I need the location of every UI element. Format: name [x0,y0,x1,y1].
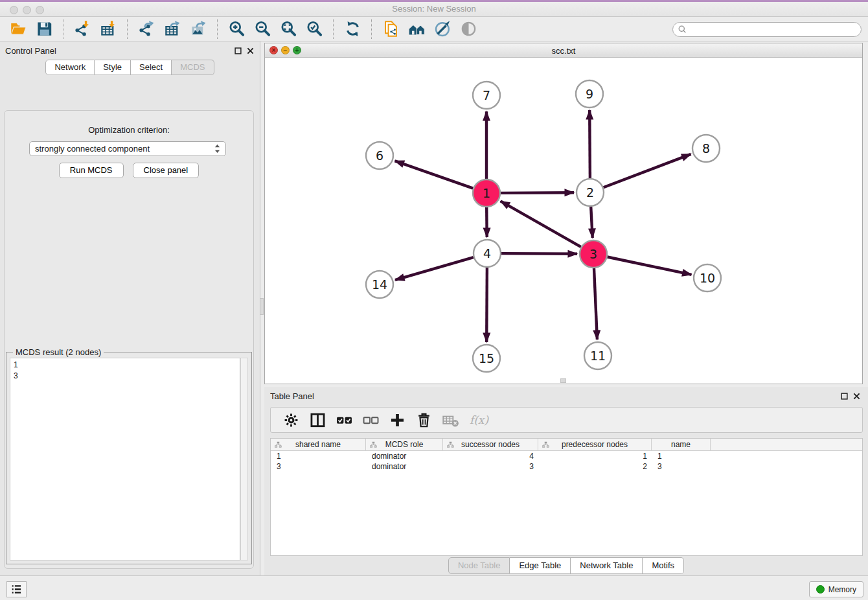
close-panel-button[interactable]: Close panel [133,163,200,178]
network-view-window: ×−+ scc.txt 7968124314101511 [264,43,863,384]
table-panel: Table Panel f(x) shared nameMCDS rolesuc… [264,387,868,575]
node-label-7: 7 [483,88,490,102]
chevron-up-down-icon [214,144,220,154]
window-close-button[interactable]: × [269,46,278,54]
node-label-9: 9 [586,87,593,101]
refresh-icon[interactable] [339,18,365,40]
delete-column-icon[interactable] [412,409,436,431]
memory-status-icon [816,585,825,594]
export-image-icon[interactable] [185,18,211,40]
import-table-icon[interactable] [95,18,121,40]
splitter-handle[interactable] [260,298,264,315]
result-scrollbar[interactable] [240,358,248,560]
node-label-8: 8 [702,141,710,156]
edge-2-8[interactable] [604,154,691,187]
control-panel: Control Panel NetworkStyleSelectMCDS Opt… [0,41,260,575]
memory-button[interactable]: Memory [809,581,863,597]
tab-motifs[interactable]: Motifs [643,557,684,574]
mcds-result-title: MCDS result (2 nodes) [13,347,104,357]
deselect-all-icon[interactable] [359,409,383,431]
table-panel-header: Table Panel [264,387,868,405]
column-header-mcds-role[interactable]: MCDS role [366,439,443,450]
cell-name: 1 [652,451,711,461]
network-window-title: scc.txt [265,43,862,56]
window-maximize-button[interactable]: + [293,46,301,54]
canvas-scroll-handle[interactable] [560,378,566,383]
tab-network[interactable]: Network [45,60,95,75]
mcds-result-fieldset: MCDS result (2 nodes) 1 3 [6,352,252,564]
tab-mcds[interactable]: MCDS [172,60,214,75]
column-label: shared name [295,440,341,449]
close-panel-icon[interactable] [246,47,255,55]
window-minimize-button[interactable]: − [281,46,290,54]
edge-1-4[interactable] [486,207,487,237]
control-panel-tabs: NetworkStyleSelectMCDS [0,60,260,75]
search-box[interactable] [672,22,862,37]
optimization-criterion-select[interactable]: strongly connected component [29,141,226,156]
zoom-out-icon[interactable] [249,18,275,40]
node-label-4: 4 [483,246,491,260]
node-label-11: 11 [590,349,606,363]
home-icon[interactable] [404,18,429,40]
tab-edge-table[interactable]: Edge Table [510,557,571,574]
memory-label: Memory [828,585,856,594]
float-panel-icon[interactable] [234,47,242,55]
column-header-predecessor-nodes[interactable]: predecessor nodes [538,439,652,450]
select-all-icon[interactable] [332,409,356,431]
table-row[interactable]: 1dominator411 [271,451,862,461]
cell-successor-nodes: 3 [443,461,538,472]
style-icon[interactable] [429,18,455,40]
tab-node-table[interactable]: Node Table [448,557,510,574]
open-session-icon[interactable] [5,18,31,40]
zoom-selected-icon[interactable] [301,18,327,40]
edge-3-10[interactable] [608,257,692,275]
table-toolbar: f(x) [270,407,863,433]
node-label-10: 10 [700,271,715,285]
function-builder-label: f(x) [466,413,488,426]
edge-3-1[interactable] [501,201,581,247]
zoom-fit-icon[interactable] [275,18,301,40]
column-header-shared-name[interactable]: shared name [271,439,366,450]
list-icon [10,583,23,596]
app-title: Session: New Session [0,4,868,14]
column-chooser-icon[interactable] [306,409,330,431]
edge-4-3[interactable] [501,253,577,254]
edge-3-11[interactable] [594,268,597,340]
control-panel-title: Control Panel [5,46,56,56]
table-row[interactable]: 3dominator323 [271,461,862,472]
column-label: predecessor nodes [562,440,628,449]
edge-1-6[interactable] [395,161,474,188]
optimization-criterion-value: strongly connected component [35,144,150,154]
tab-network-table[interactable]: Network Table [571,557,643,574]
add-column-icon[interactable] [385,409,409,431]
float-table-panel-icon[interactable] [840,392,849,400]
tab-style[interactable]: Style [95,60,131,75]
column-header-name[interactable]: name [652,439,711,450]
column-header-successor-nodes[interactable]: successor nodes [443,439,538,450]
edge-1-2[interactable] [501,192,574,193]
network-window-titlebar[interactable]: ×−+ scc.txt [265,43,862,58]
cell-mcds-role: dominator [366,461,443,472]
close-table-panel-icon[interactable] [852,392,861,400]
export-table-icon[interactable] [159,18,185,40]
save-session-icon[interactable] [31,18,57,40]
search-input[interactable] [687,25,861,34]
zoom-in-icon[interactable] [223,18,249,40]
edge-2-3[interactable] [591,207,593,238]
node-label-1: 1 [483,186,490,200]
table-settings-icon[interactable] [279,409,303,431]
edge-4-15[interactable] [486,268,487,342]
tab-select[interactable]: Select [131,60,172,75]
task-history-button[interactable] [6,581,27,597]
column-label: MCDS role [385,440,424,449]
network-canvas[interactable]: 7968124314101511 [265,58,862,384]
clone-network-icon[interactable] [378,18,404,40]
import-network-icon[interactable] [69,18,95,40]
toolbar-separator [371,19,372,39]
edge-4-14[interactable] [395,257,474,280]
edge-2-9[interactable] [589,110,590,178]
mcds-result-text[interactable]: 1 3 [10,358,240,560]
export-network-icon[interactable] [133,18,159,40]
run-mcds-button[interactable]: Run MCDS [59,163,124,178]
node-label-15: 15 [479,351,494,365]
